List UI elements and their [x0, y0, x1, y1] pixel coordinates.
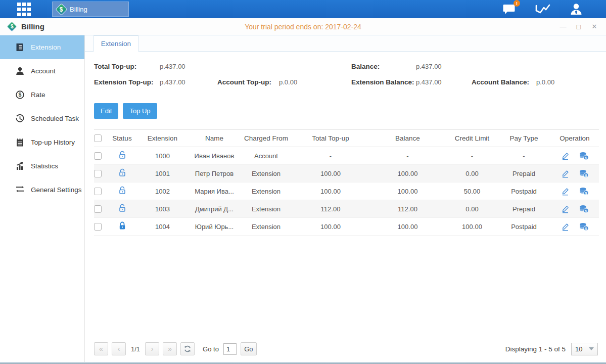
cell-total-topup: 100.00: [293, 170, 368, 177]
sidebar-item-extension[interactable]: Extension: [0, 35, 84, 59]
cell-name: Дмитрий Д...: [189, 205, 240, 213]
table-row: 1002 Мария Ива... Extension 100.00 100.0…: [94, 183, 599, 200]
top-up-row-icon[interactable]: $: [579, 205, 589, 213]
top-up-button[interactable]: Top Up: [123, 103, 157, 119]
close-button[interactable]: ✕: [591, 23, 598, 30]
sidebar-item-general-settings[interactable]: General Settings: [0, 178, 84, 202]
maximize-button[interactable]: ◻: [575, 23, 582, 30]
messages-icon[interactable]: !: [503, 3, 516, 15]
col-status: Status: [108, 134, 136, 142]
balance-label: Balance:: [351, 63, 380, 70]
cell-total-topup: -: [293, 152, 368, 160]
cell-charged-from: Account: [240, 152, 293, 160]
top-up-row-icon[interactable]: $: [579, 152, 589, 160]
next-page-button[interactable]: ›: [145, 342, 159, 355]
row-checkbox[interactable]: [94, 223, 102, 231]
cell-balance: -: [368, 152, 447, 160]
goto-label: Go to: [203, 345, 219, 353]
cell-balance: 112.00: [368, 205, 447, 213]
total-topup-label: Total Top-up:: [94, 63, 136, 70]
edit-row-icon[interactable]: [561, 169, 570, 178]
edit-button[interactable]: Edit: [94, 103, 118, 119]
chevron-down-icon: [589, 347, 594, 350]
scheduled-task-icon: [16, 114, 24, 123]
account-topup-value: p.0.00: [279, 78, 297, 86]
edit-row-icon[interactable]: [561, 187, 570, 196]
window-title: Billing: [21, 22, 44, 31]
total-topup-value: p.437.00: [160, 63, 185, 70]
minimize-button[interactable]: —: [560, 23, 567, 30]
sidebar-item-label: Extension: [31, 43, 61, 51]
cell-pay-type: Postpaid: [497, 223, 550, 231]
page-indicator: 1/1: [131, 345, 140, 353]
edit-row-icon[interactable]: [561, 205, 570, 213]
col-name: Name: [189, 134, 240, 142]
row-checkbox[interactable]: [94, 152, 102, 160]
refresh-icon[interactable]: [180, 342, 195, 355]
sidebar-item-topup-history[interactable]: Top-up History: [0, 130, 84, 154]
taskbar-tab-billing[interactable]: $ Billing: [52, 2, 129, 17]
statistics-chart-icon[interactable]: [535, 3, 550, 15]
content-area: Extension Total Top-up: p.437.00 Balance…: [85, 35, 606, 362]
row-checkbox[interactable]: [94, 188, 102, 195]
cell-credit-limit: 0.00: [447, 205, 497, 213]
page-size-value: 10: [575, 345, 582, 353]
cell-balance: 100.00: [368, 170, 447, 177]
row-checkbox[interactable]: [94, 205, 102, 213]
cell-pay-type: Prepaid: [497, 170, 550, 177]
sidebar-item-label: Statistics: [31, 162, 58, 170]
top-up-row-icon[interactable]: $: [579, 222, 589, 231]
edit-row-icon[interactable]: [561, 222, 570, 231]
sidebar-item-rate[interactable]: $ Rate: [0, 83, 84, 107]
displaying-count: Displaying 1 - 5 of 5: [505, 345, 566, 353]
cell-extension: 1002: [136, 188, 189, 195]
sidebar-item-label: Top-up History: [31, 139, 75, 146]
app-grid-icon[interactable]: [17, 3, 31, 16]
select-all-checkbox[interactable]: [94, 134, 102, 142]
cell-charged-from: Extension: [240, 188, 293, 195]
window-bottom-border: [0, 362, 606, 364]
top-bar: $ Billing !: [0, 0, 606, 18]
table-row: 1000 Иван Иванов Account - - - - $: [94, 147, 599, 165]
cell-charged-from: Extension: [240, 170, 293, 177]
cell-credit-limit: -: [447, 152, 497, 160]
cell-name: Петр Петров: [189, 170, 240, 177]
balance-value: p.437.00: [416, 63, 442, 70]
col-balance: Balance: [368, 134, 447, 142]
general-settings-icon: [16, 186, 24, 194]
prev-page-button[interactable]: ‹: [112, 342, 126, 355]
top-up-row-icon[interactable]: $: [579, 169, 589, 178]
notification-badge: !: [514, 0, 520, 7]
tab-extension[interactable]: Extension: [94, 35, 138, 52]
col-credit-limit: Credit Limit: [447, 134, 497, 142]
page-size-select[interactable]: 10: [571, 343, 598, 355]
table-header: Status Extension Name Charged From Total…: [94, 129, 599, 147]
cell-credit-limit: 0.00: [447, 170, 497, 177]
cell-extension: 1004: [136, 223, 189, 231]
row-checkbox[interactable]: [94, 170, 102, 177]
last-page-button[interactable]: »: [163, 342, 177, 355]
sidebar-item-account[interactable]: Account: [0, 59, 84, 83]
pagination-bar: « ‹ 1/1 › » Go to Go Displaying: [85, 339, 606, 362]
col-total-topup: Total Top-up: [293, 134, 368, 142]
cell-charged-from: Extension: [240, 223, 293, 231]
taskbar-tab-label: Billing: [70, 6, 87, 13]
extension-table: Status Extension Name Charged From Total…: [94, 129, 599, 236]
cell-name: Юрий Юрь...: [189, 223, 240, 231]
cell-credit-limit: 50.00: [447, 188, 497, 195]
cell-name: Иван Иванов: [189, 152, 240, 160]
cell-extension: 1003: [136, 205, 189, 213]
first-page-button[interactable]: «: [94, 342, 108, 355]
sidebar-item-scheduled-task[interactable]: Scheduled Task: [0, 107, 84, 130]
lock-closed-icon: [118, 221, 126, 230]
cell-charged-from: Extension: [240, 205, 293, 213]
go-button[interactable]: Go: [241, 342, 257, 355]
user-account-icon[interactable]: [570, 3, 583, 16]
sidebar-item-label: Scheduled Task: [31, 115, 79, 122]
goto-page-input[interactable]: [223, 343, 237, 355]
billing-app-icon: $: [55, 3, 67, 15]
sidebar-item-statistics[interactable]: Statistics: [0, 154, 84, 178]
table-row: 1003 Дмитрий Д... Extension 112.00 112.0…: [94, 200, 599, 218]
top-up-row-icon[interactable]: $: [579, 187, 589, 196]
edit-row-icon[interactable]: [561, 152, 570, 160]
